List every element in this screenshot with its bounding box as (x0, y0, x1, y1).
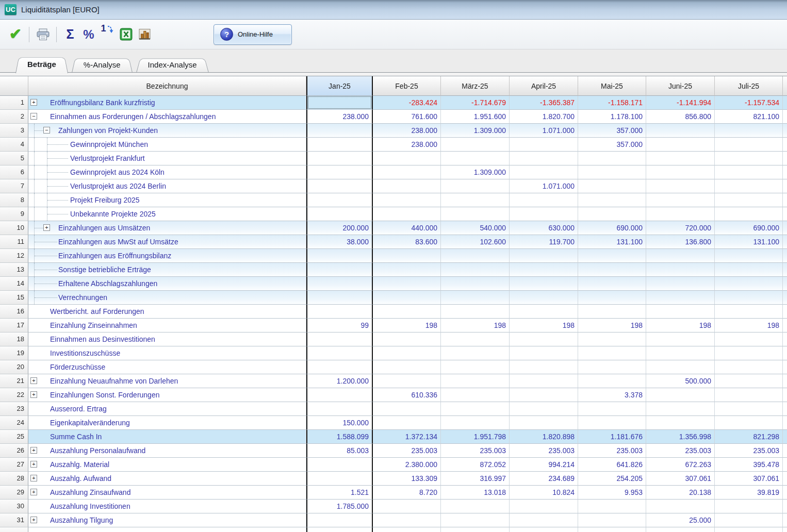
value-cell[interactable] (510, 165, 578, 179)
sum-sigma-icon[interactable]: Σ (61, 25, 79, 44)
value-cell[interactable] (578, 249, 646, 263)
tab--analyse[interactable]: %-Analyse (72, 57, 133, 73)
row-number[interactable]: 31 (0, 513, 28, 527)
value-cell[interactable] (646, 207, 715, 221)
expand-plus-icon[interactable]: + (30, 99, 37, 106)
value-cell[interactable] (510, 416, 578, 430)
value-cell[interactable]: 1.071.000 (510, 179, 578, 193)
value-cell[interactable] (306, 305, 373, 319)
value-cell[interactable]: 10.824 (510, 486, 578, 500)
value-cell[interactable]: 235.003 (578, 444, 646, 458)
row-label[interactable]: Ausserord. Ertrag (28, 402, 306, 416)
value-cell[interactable] (510, 388, 578, 402)
row-label[interactable]: Sonstige betriebliche Erträge (28, 263, 306, 277)
value-cell[interactable]: -1.141.994 (646, 96, 715, 110)
value-cell[interactable] (373, 374, 441, 388)
carry-forward-icon[interactable]: 1 (98, 25, 117, 44)
value-cell[interactable]: 235.003 (441, 444, 510, 458)
value-cell[interactable]: 672.263 (646, 458, 715, 472)
row-number[interactable]: 21 (0, 374, 28, 388)
row-number[interactable]: 2 (0, 110, 28, 124)
value-cell[interactable] (646, 500, 715, 513)
value-cell[interactable] (373, 305, 441, 319)
value-cell[interactable] (715, 346, 783, 360)
value-cell[interactable]: 1.356.998 (646, 430, 715, 444)
expand-plus-icon[interactable]: + (30, 489, 37, 495)
value-cell[interactable]: 254.205 (578, 472, 646, 486)
value-cell[interactable] (306, 346, 373, 360)
value-cell[interactable] (578, 193, 646, 207)
value-cell[interactable] (373, 346, 441, 360)
value-cell[interactable]: -1.157.534 (715, 96, 783, 110)
value-cell[interactable]: 720.000 (646, 221, 715, 235)
confirm-check-icon[interactable]: ✔ (6, 25, 25, 44)
value-cell[interactable] (578, 263, 646, 277)
value-cell[interactable]: 85.003 (306, 444, 373, 458)
value-cell[interactable]: 1.181.676 (578, 430, 646, 444)
value-cell[interactable] (441, 277, 510, 291)
value-cell[interactable] (715, 513, 783, 527)
value-cell[interactable] (646, 402, 715, 416)
value-cell[interactable] (510, 305, 578, 319)
row-label[interactable]: +Auszahlung Zinsaufwand (28, 486, 306, 500)
row-label[interactable]: Verlustprojekt Frankfurt (28, 152, 306, 165)
row-number[interactable]: 20 (0, 360, 28, 374)
row-number[interactable]: 4 (0, 138, 28, 152)
value-cell[interactable] (306, 249, 373, 263)
column-header-juni-25[interactable]: Juni-25 (646, 76, 715, 96)
value-cell[interactable]: 1.200.000 (306, 374, 373, 388)
value-cell[interactable] (715, 332, 783, 346)
value-cell[interactable]: 690.000 (578, 221, 646, 235)
value-cell[interactable] (510, 291, 578, 305)
row-number[interactable]: 14 (0, 277, 28, 291)
row-number[interactable]: 16 (0, 305, 28, 319)
value-cell[interactable]: 357.000 (578, 138, 646, 152)
value-cell[interactable] (578, 179, 646, 193)
value-cell[interactable] (373, 513, 441, 527)
value-cell[interactable] (646, 152, 715, 165)
value-cell[interactable] (646, 193, 715, 207)
value-cell[interactable]: 500.000 (646, 374, 715, 388)
value-cell[interactable]: 39.819 (715, 486, 783, 500)
value-cell[interactable] (646, 346, 715, 360)
value-cell[interactable]: 133.309 (373, 472, 441, 486)
value-cell[interactable] (306, 124, 373, 138)
row-number[interactable]: 29 (0, 486, 28, 500)
value-cell[interactable] (646, 332, 715, 346)
value-cell[interactable] (578, 513, 646, 527)
value-cell[interactable] (646, 277, 715, 291)
row-label[interactable]: Auszahlung Investitionen (28, 500, 306, 513)
value-cell[interactable]: 1.820.700 (510, 110, 578, 124)
value-cell[interactable] (306, 388, 373, 402)
row-label[interactable]: Unbekannte Projekte 2025 (28, 207, 306, 221)
value-cell[interactable] (715, 124, 783, 138)
value-cell[interactable]: 131.100 (715, 235, 783, 249)
value-cell[interactable]: 198 (373, 319, 441, 332)
value-cell[interactable] (373, 416, 441, 430)
value-cell[interactable] (306, 165, 373, 179)
row-label[interactable]: +Auszahlg. Material (28, 458, 306, 472)
value-cell[interactable] (578, 346, 646, 360)
value-cell[interactable]: 1.309.000 (441, 165, 510, 179)
value-cell[interactable] (715, 179, 783, 193)
value-cell[interactable] (715, 138, 783, 152)
value-cell[interactable]: 610.336 (373, 388, 441, 402)
value-cell[interactable] (578, 207, 646, 221)
value-cell[interactable] (646, 416, 715, 430)
value-cell[interactable] (646, 124, 715, 138)
value-cell[interactable]: -283.424 (373, 96, 441, 110)
value-cell[interactable] (441, 388, 510, 402)
value-cell[interactable] (306, 193, 373, 207)
value-cell[interactable]: 821.298 (715, 430, 783, 444)
row-number[interactable]: 26 (0, 444, 28, 458)
column-header-juli-25[interactable]: Juli-25 (715, 76, 783, 96)
value-cell[interactable] (715, 152, 783, 165)
row-number[interactable]: 11 (0, 235, 28, 249)
value-cell[interactable] (510, 249, 578, 263)
expand-plus-icon[interactable]: + (30, 517, 37, 523)
value-cell[interactable] (441, 305, 510, 319)
value-cell[interactable]: 235.003 (646, 444, 715, 458)
value-cell[interactable] (306, 152, 373, 165)
row-label[interactable]: Verrechnungen (28, 291, 306, 305)
row-label[interactable]: Wertbericht. auf Forderungen (28, 305, 306, 319)
